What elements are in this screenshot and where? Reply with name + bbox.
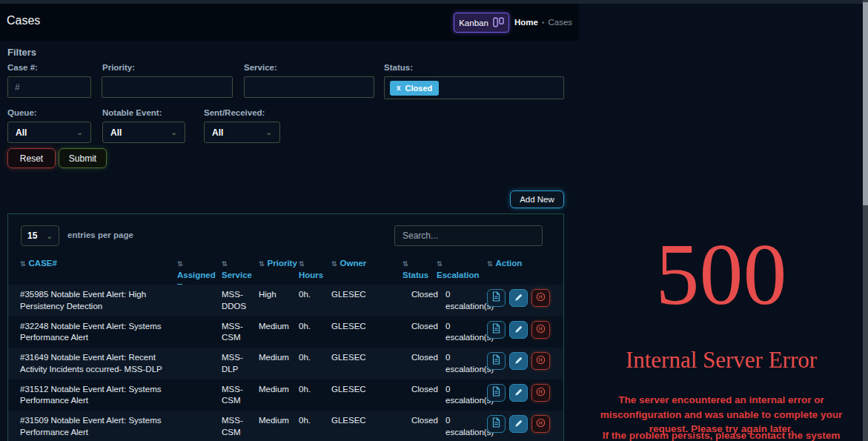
service-label: Service: xyxy=(244,63,277,72)
queue-select[interactable]: All ⌄ xyxy=(7,122,91,143)
case-number-label: Case #: xyxy=(7,63,38,72)
sent-received-select-value: All xyxy=(212,127,223,138)
cell-case-title: #31649 Notable Event Alert: Recent Activ… xyxy=(20,352,177,375)
column-header-hours[interactable]: ⇅Hours xyxy=(299,257,331,281)
cell-hours: 0h. xyxy=(299,384,331,396)
sent-received-label: Sent/Received: xyxy=(204,108,265,117)
sort-icon: ⇅ xyxy=(331,259,337,269)
cell-service: MSS-DDOS xyxy=(222,289,259,312)
cell-actions xyxy=(487,384,553,402)
cell-owner: GLESEC xyxy=(331,384,402,396)
edit-case-button[interactable] xyxy=(509,384,528,402)
kanban-button[interactable]: Kanban xyxy=(454,13,509,33)
cell-case-title: #35985 Notable Event Alert: High Persist… xyxy=(20,289,177,312)
sort-icon: ⇅ xyxy=(20,259,26,269)
cell-escalation: 0 escalation(s) xyxy=(437,384,487,407)
cell-status: Closed xyxy=(402,352,437,364)
cell-owner: GLESEC xyxy=(331,415,402,427)
app-canvas: Cases Kanban Home • Cases Filters Case #… xyxy=(0,0,868,441)
remove-tag-icon[interactable]: x xyxy=(397,84,401,92)
cell-hours: 0h. xyxy=(299,415,331,427)
status-tag-closed: x Closed xyxy=(390,81,439,96)
column-header-owner[interactable]: ⇅Owner xyxy=(331,257,402,269)
table-row: #35985 Notable Event Alert: High Persist… xyxy=(8,285,563,316)
pencil-icon xyxy=(514,323,523,336)
filters-heading: Filters xyxy=(7,47,36,58)
cell-status: Closed xyxy=(402,289,437,301)
view-case-button[interactable] xyxy=(487,321,506,339)
table-row: #31649 Notable Event Alert: Recent Activ… xyxy=(8,348,563,379)
status-tag-label: Closed xyxy=(405,84,433,93)
case-number-input[interactable] xyxy=(7,76,91,98)
table-row: #31509 Notable Event Alert: Systems Perf… xyxy=(8,411,563,441)
sort-icon: ⇅ xyxy=(487,259,493,269)
pencil-icon xyxy=(514,386,523,399)
view-case-button[interactable] xyxy=(487,384,506,402)
view-case-button[interactable] xyxy=(487,289,506,307)
cell-hours: 0h. xyxy=(299,321,331,333)
cell-owner: GLESEC xyxy=(331,352,402,364)
priority-label: Priority: xyxy=(102,63,135,72)
notable-event-select[interactable]: All ⌄ xyxy=(102,122,185,143)
cell-status: Closed xyxy=(402,415,437,427)
status-filter-field[interactable]: x Closed xyxy=(384,76,564,99)
column-header-priority[interactable]: ⇅Priority xyxy=(259,257,299,269)
view-case-button[interactable] xyxy=(487,415,506,433)
stop-case-button[interactable] xyxy=(531,321,550,339)
edit-case-button[interactable] xyxy=(509,352,528,370)
column-header-action[interactable]: ⇅Action xyxy=(487,257,553,269)
service-input[interactable] xyxy=(244,76,374,98)
server-error-panel: 500 Internal Server Error The server enc… xyxy=(579,0,864,441)
scrollbar-track[interactable] xyxy=(863,0,868,441)
scrollbar-thumb[interactable] xyxy=(863,2,868,205)
entries-per-page-label: entries per page xyxy=(67,231,133,239)
edit-case-button[interactable] xyxy=(509,321,528,339)
chevron-down-icon: ⌄ xyxy=(171,128,177,136)
cell-owner: GLESEC xyxy=(331,321,402,333)
edit-case-button[interactable] xyxy=(509,415,528,433)
cell-actions xyxy=(487,289,553,307)
queue-select-value: All xyxy=(16,127,27,138)
cell-owner: GLESEC xyxy=(331,289,402,301)
cell-status: Closed xyxy=(402,321,437,333)
stop-case-button[interactable] xyxy=(531,289,550,307)
cell-priority: Medium xyxy=(259,352,299,364)
column-header-status[interactable]: ⇅Status xyxy=(402,257,437,281)
pause-circle-icon xyxy=(536,354,546,368)
table-row: #31512 Notable Event Alert: Systems Perf… xyxy=(8,379,563,411)
pause-circle-icon xyxy=(536,417,546,431)
cell-escalation: 0 escalation(s) xyxy=(437,415,487,438)
search-input[interactable] xyxy=(394,225,543,246)
column-header-case[interactable]: ⇅CASE# xyxy=(20,257,177,269)
priority-input[interactable] xyxy=(102,76,233,98)
cell-service: MSS-CSM xyxy=(222,415,259,438)
chevron-down-icon: ⌄ xyxy=(266,128,272,136)
column-header-service[interactable]: ⇅Service xyxy=(222,257,259,281)
cell-actions xyxy=(487,352,553,370)
column-header-escalation[interactable]: ⇅Escalation xyxy=(437,257,487,281)
file-icon xyxy=(491,417,501,431)
cell-escalation: 0 escalation(s) xyxy=(437,352,487,375)
cell-service: MSS-CSM xyxy=(222,321,259,344)
cell-priority: Medium xyxy=(259,384,299,396)
sort-icon: ⇅ xyxy=(177,259,183,269)
view-case-button[interactable] xyxy=(487,352,506,370)
cell-hours: 0h. xyxy=(299,352,331,364)
breadcrumb-home-link[interactable]: Home xyxy=(514,18,538,27)
cell-escalation: 0 escalation(s) xyxy=(437,289,487,312)
sent-received-select[interactable]: All ⌄ xyxy=(204,122,280,143)
stop-case-button[interactable] xyxy=(531,352,550,370)
edit-case-button[interactable] xyxy=(509,289,528,307)
add-new-button[interactable]: Add New xyxy=(510,190,564,208)
stop-case-button[interactable] xyxy=(531,415,550,433)
stop-case-button[interactable] xyxy=(531,384,550,402)
notable-event-label: Notable Event: xyxy=(102,108,162,117)
reset-button[interactable]: Reset xyxy=(7,148,56,168)
cell-hours: 0h. xyxy=(299,289,331,301)
submit-button[interactable]: Submit xyxy=(59,148,107,168)
sort-icon: ⇅ xyxy=(222,259,228,269)
cell-priority: High xyxy=(259,289,299,301)
error-title: Internal Server Error xyxy=(579,347,864,374)
page-size-select[interactable]: 15 ⌄ xyxy=(21,225,59,246)
table-row: #32248 Notable Event Alert: Systems Perf… xyxy=(8,316,563,348)
